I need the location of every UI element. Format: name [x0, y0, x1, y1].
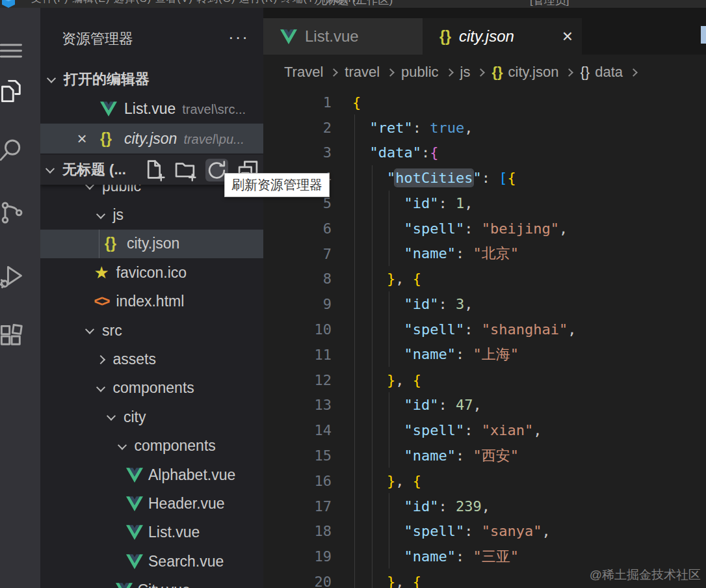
sidebar-title: 资源管理器 — [62, 29, 133, 49]
tree-item-label: favicon.ico — [116, 264, 187, 282]
breadcrumb-label: city.json — [508, 64, 559, 81]
tree-item-label: List.vue — [148, 524, 200, 541]
code-line-3: 3 "data":{ — [263, 140, 706, 166]
vscode-window: 文件(F) 编辑(E) 选择(S) 查看(V) 转到(G) 运行(R) 终端(T… — [0, 0, 706, 588]
tree-item-Alphabet.vue[interactable]: Alphabet.vue — [40, 461, 263, 489]
code-line-11: 11 "name": "上海" — [263, 342, 706, 368]
tree-item-city.json[interactable]: {}city.json — [40, 230, 263, 258]
tab-label: List.vue — [305, 27, 359, 46]
line-number: 9 — [263, 296, 332, 312]
code-line-6: 6 "spell": "beijing", — [263, 216, 706, 241]
breadcrumb-separator-icon — [386, 68, 395, 77]
open-editors-header[interactable]: 打开的编辑器 — [40, 65, 263, 94]
line-number: 15 — [263, 448, 332, 464]
tree-item-index.html[interactable]: <>index.html — [40, 287, 263, 316]
tree-item-label: city.json — [127, 235, 179, 252]
line-number: 5 — [263, 195, 332, 211]
file-path: travel\src... — [182, 102, 246, 116]
run-debug-icon[interactable] — [0, 262, 26, 291]
line-number: 19 — [263, 548, 332, 565]
json-file-icon: {} — [491, 64, 503, 81]
activity-bar — [0, 8, 40, 588]
breadcrumb-item-js[interactable]: js — [460, 64, 471, 81]
breadcrumb-separator-icon — [445, 68, 454, 77]
extensions-icon[interactable] — [0, 322, 26, 351]
vue-file-icon — [126, 468, 148, 483]
breadcrumb-separator-icon — [477, 68, 486, 77]
code-line-15: 15 "name": "西安" — [263, 443, 706, 468]
workspace-label: 无标题 (... — [62, 160, 126, 180]
tree-item-City.vue[interactable]: City.vue — [40, 576, 263, 588]
line-number: 13 — [263, 397, 332, 413]
line-number: 20 — [263, 574, 332, 588]
tree-indent-guide — [99, 230, 99, 258]
chevron-down-icon — [47, 74, 56, 83]
breadcrumb-label: public — [401, 64, 438, 81]
source-control-icon[interactable] — [0, 198, 26, 227]
tree-item-favicon.ico[interactable]: ★favicon.ico — [40, 258, 263, 287]
line-number: 14 — [263, 422, 332, 438]
tree-item-src[interactable]: src — [40, 316, 263, 345]
line-number: 6 — [263, 220, 332, 237]
more-actions-icon[interactable]: ··· — [228, 27, 249, 47]
breadcrumb-label: data — [595, 64, 623, 81]
breadcrumb-separator-icon — [566, 68, 574, 77]
json-file-icon: {} — [100, 130, 122, 148]
breadcrumb-item-public[interactable]: public — [401, 64, 438, 81]
tab-List.vue[interactable]: List.vue — [263, 18, 423, 55]
vue-file-icon — [100, 101, 122, 116]
json-file-icon: {} — [439, 28, 451, 46]
close-icon[interactable]: × — [562, 27, 573, 46]
menu-icon[interactable] — [0, 36, 26, 65]
vue-file-icon — [126, 525, 148, 540]
line-number: 3 — [263, 144, 332, 161]
line-number: 12 — [263, 372, 332, 388]
window-badge-remnant: [管理员] — [530, 0, 569, 8]
code-line-4: 4 "hotCities": [{ — [263, 165, 706, 191]
tree-item-Header.vue[interactable]: Header.vue — [40, 489, 263, 518]
line-number: 8 — [263, 271, 332, 287]
file-tree: publicjs{}city.json★favicon.ico<>index.h… — [40, 172, 263, 588]
breadcrumb-item-city.json[interactable]: {}city.json — [491, 64, 558, 81]
breadcrumb-item-data[interactable]: {}data — [580, 64, 623, 81]
explorer-icon[interactable] — [0, 77, 26, 105]
explorer-sidebar: 资源管理器 ··· 打开的编辑器 List.vuetravel\src...×{… — [40, 8, 263, 588]
line-number: 2 — [263, 120, 332, 136]
code-line-16: 16 }, { — [263, 468, 706, 494]
tree-item-city[interactable]: city — [40, 403, 263, 431]
tree-item-List.vue[interactable]: List.vue — [40, 518, 263, 547]
code-line-9: 9 "id": 3, — [263, 291, 706, 317]
new-file-button[interactable] — [143, 159, 166, 181]
vue-file-icon — [116, 583, 138, 588]
tree-item-label: city — [124, 408, 146, 426]
tree-item-label: City.vue — [138, 581, 190, 588]
file-name: city.jsontravel\pu... — [124, 130, 244, 148]
chevron-down-icon — [85, 325, 94, 334]
tree-item-Search.vue[interactable]: Search.vue — [40, 547, 263, 576]
chevron-down-icon — [96, 382, 105, 392]
code-line-7: 7 "name": "北京" — [263, 241, 706, 267]
line-number: 17 — [263, 498, 332, 514]
breadcrumb-item-travel[interactable]: travel — [345, 64, 380, 81]
open-editor-item-List.vue[interactable]: List.vuetravel\src... — [40, 94, 263, 124]
new-folder-button[interactable] — [174, 159, 197, 181]
tree-item-components[interactable]: components — [40, 432, 263, 461]
tree-item-js[interactable]: js — [40, 200, 263, 229]
open-editors-label: 打开的编辑器 — [64, 70, 150, 89]
chevron-down-icon — [96, 209, 105, 219]
code-line-1: 1{ — [263, 90, 706, 115]
code-line-19: 19 "name": "三亚" — [263, 544, 706, 569]
open-editor-item-city.json[interactable]: ×{}city.jsontravel\pu... — [40, 124, 263, 154]
code-line-12: 12 }, { — [263, 368, 706, 393]
breadcrumb: Traveltravelpublicjs{}city.json{}data — [263, 55, 706, 90]
code-editor[interactable]: 1{2 "ret": true,3 "data":{4 "hotCities":… — [263, 90, 706, 588]
tab-city.json[interactable]: {}city.json× — [423, 18, 582, 55]
tree-item-assets[interactable]: assets — [40, 345, 263, 373]
watermark: @稀土掘金技术社区 — [590, 567, 701, 583]
tree-item-label: components — [135, 437, 216, 455]
breadcrumb-label: travel — [345, 64, 380, 81]
breadcrumb-item-Travel[interactable]: Travel — [284, 64, 323, 81]
search-icon[interactable] — [0, 135, 26, 164]
close-icon[interactable]: × — [73, 129, 91, 149]
tree-item-components[interactable]: components — [40, 374, 263, 403]
